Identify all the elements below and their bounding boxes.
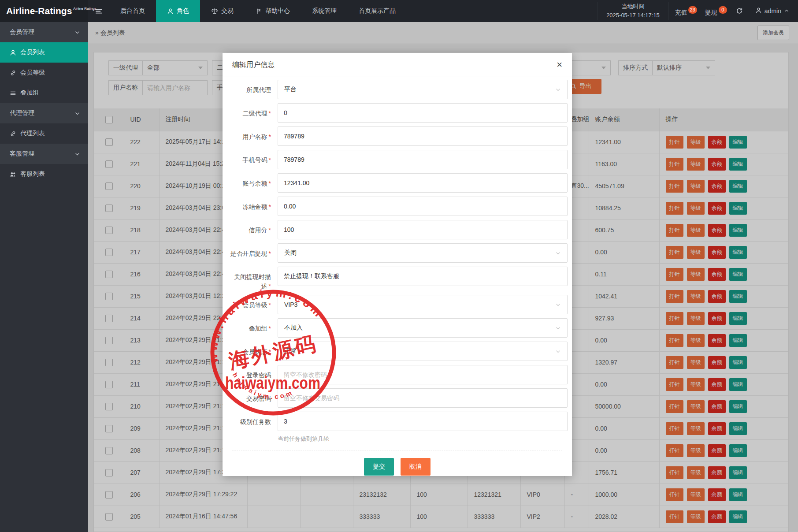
- sidebar-item[interactable]: 叠加组: [0, 83, 88, 103]
- withdraw-badge: 0: [719, 6, 727, 14]
- field-label: 交易密码: [229, 388, 271, 408]
- nav-item-label: 首页展示产品: [359, 7, 396, 15]
- field-select-所属代理[interactable]: 平台: [278, 80, 568, 99]
- field-input-账号余额[interactable]: [278, 173, 568, 193]
- sidebar-item[interactable]: 客服列表: [0, 164, 88, 184]
- local-time-label: 当地时间: [606, 2, 660, 11]
- field-label-text: 二级代理: [243, 110, 267, 117]
- field-control: [278, 126, 568, 146]
- field-control: [278, 220, 568, 239]
- modal-body: 所属代理平台二级代理*用户名称*手机号码*账号余额*冻结金额*信用分*是否开启提…: [223, 77, 572, 443]
- sidebar-toggle-icon[interactable]: [88, 0, 109, 22]
- field-control: [278, 197, 568, 216]
- field-select-是否开启提现[interactable]: 关闭: [278, 243, 568, 263]
- field-input-级别任务数[interactable]: [278, 412, 568, 431]
- field-label-text: 登录密码: [246, 372, 271, 379]
- required-asterisk: *: [269, 301, 271, 309]
- select-value: VIP3: [284, 301, 297, 308]
- required-asterisk: *: [269, 250, 271, 257]
- nav-item-label: 帮助中心: [265, 7, 290, 15]
- app-logo-text: Airline-Ratings: [6, 6, 72, 16]
- field-input-二级代理[interactable]: [278, 103, 568, 123]
- field-select-叠加组[interactable]: 不加入: [278, 318, 568, 338]
- recharge-menu[interactable]: 充值 23: [669, 5, 699, 17]
- nav-item[interactable]: 系统管理: [301, 0, 348, 22]
- submit-button[interactable]: 提交: [364, 458, 394, 476]
- app-logo-sup: Airline-Ratings: [73, 7, 96, 11]
- field-label-text: 所属代理: [246, 86, 271, 93]
- field-input-手机号码[interactable]: [278, 150, 568, 169]
- edit-user-modal: 编辑用户信息 × 所属代理平台二级代理*用户名称*手机号码*账号余额*冻结金额*…: [223, 53, 572, 476]
- close-icon[interactable]: ×: [557, 60, 562, 70]
- nav-menu: 后台首页角色交易帮助中心系统管理首页展示产品: [109, 0, 407, 22]
- select-value: 平台: [284, 86, 297, 93]
- field-control: 关闭: [278, 243, 568, 263]
- required-asterisk: *: [269, 325, 271, 332]
- nav-item[interactable]: 帮助中心: [245, 0, 301, 22]
- users-icon: [10, 171, 16, 178]
- refresh-icon[interactable]: [729, 7, 750, 15]
- required-asterisk: *: [269, 283, 271, 290]
- field-select-会员等级[interactable]: VIP3: [278, 295, 568, 314]
- select-value: 关闭: [284, 249, 297, 257]
- sidebar-group[interactable]: 会员管理: [0, 22, 88, 42]
- chevron-down-icon: [555, 325, 561, 331]
- field-control: [278, 267, 568, 291]
- form-field: 用户名称*: [223, 126, 572, 146]
- link-icon: [10, 70, 16, 76]
- link-icon: [10, 130, 16, 137]
- field-label-text: 是否开启提现: [230, 250, 267, 257]
- sidebar-group[interactable]: 代理管理: [0, 103, 88, 123]
- sidebar-item-label: 会员等级: [20, 69, 45, 77]
- field-label-text: 交易密码: [246, 395, 271, 402]
- field-control: [278, 150, 568, 169]
- field-input-关闭提现时描述[interactable]: [278, 267, 568, 286]
- form-field: 会员等级*VIP3: [223, 295, 572, 314]
- sidebar-group-label: 会员管理: [10, 28, 34, 36]
- scales-icon: [211, 7, 218, 15]
- form-field: 登录密码: [223, 365, 572, 384]
- chevron-down-icon: [555, 349, 561, 354]
- form-field: 交易密码: [223, 388, 572, 408]
- field-label-text: 关闭提现时描述: [234, 273, 271, 290]
- form-field: 级别任务数当前任务做到第几轮: [223, 412, 572, 443]
- required-asterisk: *: [269, 348, 271, 355]
- field-input-信用分[interactable]: [278, 220, 568, 239]
- sidebar: 会员管理会员列表会员等级叠加组代理管理代理列表客服管理客服列表: [0, 22, 88, 532]
- form-field: 是否开启提现*关闭: [223, 243, 572, 263]
- field-input-交易密码[interactable]: [278, 388, 568, 408]
- field-label-text: 叠加组: [249, 325, 267, 332]
- field-select-会员状态[interactable]: 正常: [278, 342, 568, 361]
- withdraw-label: 提现: [705, 9, 717, 16]
- field-input-登录密码[interactable]: [278, 365, 568, 384]
- form-field: 会员状态*正常: [223, 342, 572, 361]
- field-label: 关闭提现时描述*: [229, 267, 271, 291]
- field-input-用户名称[interactable]: [278, 126, 568, 146]
- nav-item[interactable]: 后台首页: [109, 0, 156, 22]
- modal-header: 编辑用户信息 ×: [223, 53, 572, 77]
- field-label-text: 级别任务数: [240, 418, 271, 425]
- field-label: 是否开启提现*: [229, 243, 271, 263]
- nav-item[interactable]: 首页展示产品: [348, 0, 407, 22]
- field-control: 当前任务做到第几轮: [278, 412, 568, 443]
- sidebar-item[interactable]: 会员等级: [0, 63, 88, 83]
- nav-item[interactable]: 角色: [156, 0, 200, 22]
- recharge-label: 充值: [675, 9, 687, 16]
- withdraw-menu[interactable]: 提现 0: [699, 5, 729, 17]
- top-navbar: Airline-Ratings Airline-Ratings 后台首页角色交易…: [0, 0, 798, 22]
- bars-icon: [10, 90, 16, 97]
- sidebar-item[interactable]: 代理列表: [0, 123, 88, 144]
- chevron-down-icon: [74, 30, 80, 35]
- field-label: 账号余额*: [229, 173, 271, 193]
- nav-item[interactable]: 交易: [200, 0, 245, 22]
- sidebar-item[interactable]: 会员列表: [0, 42, 88, 63]
- field-label-text: 手机号码: [243, 156, 267, 164]
- sidebar-group[interactable]: 客服管理: [0, 144, 88, 164]
- chevron-down-icon: [555, 87, 561, 93]
- form-field: 叠加组*不加入: [223, 318, 572, 338]
- required-asterisk: *: [269, 203, 271, 210]
- chevron-down-icon: [555, 302, 561, 308]
- cancel-button[interactable]: 取消: [401, 458, 431, 476]
- field-input-冻结金额[interactable]: [278, 197, 568, 216]
- user-menu[interactable]: admin: [750, 7, 798, 15]
